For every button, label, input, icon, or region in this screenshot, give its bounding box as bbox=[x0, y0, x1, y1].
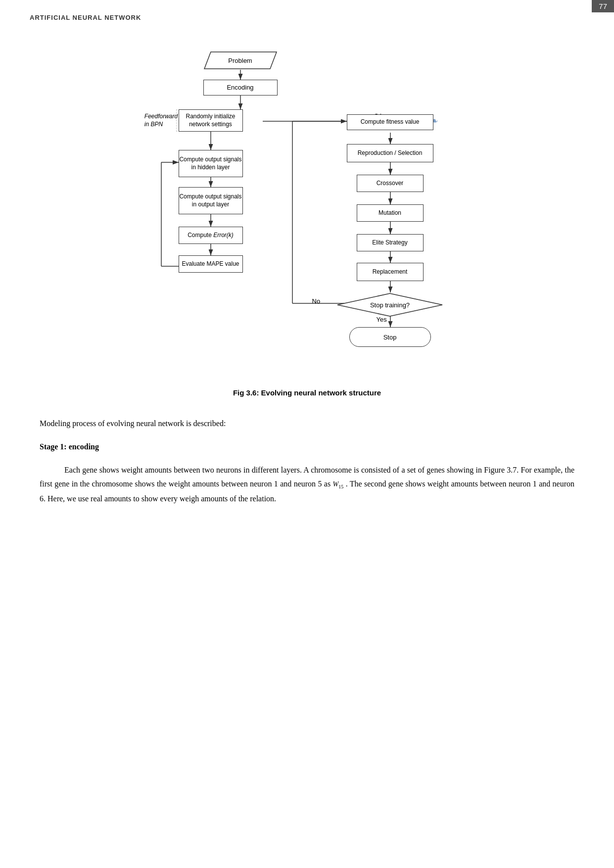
reproduction-box: Reproduction / Selection bbox=[347, 144, 433, 162]
paragraph1: Each gene shows weight amounts between t… bbox=[40, 463, 574, 506]
compute-hidden-box: Compute output signals in hidden layer bbox=[179, 150, 243, 177]
compute-output-box: Compute output signals in output layer bbox=[179, 187, 243, 214]
page-header: ARTIFICIAL NEURAL NETWORK bbox=[0, 0, 614, 21]
formula-w: W bbox=[333, 481, 339, 488]
stage1-heading: Stage 1: encoding bbox=[40, 440, 574, 454]
flowchart: Problem Encoding Feedforwardin BPN bbox=[124, 36, 490, 383]
stop-box: Stop bbox=[349, 327, 431, 347]
encoding-box: Encoding bbox=[203, 80, 278, 96]
intro-text: Modeling process of evolving neural netw… bbox=[40, 417, 574, 431]
page-number: 77 bbox=[592, 0, 614, 12]
formula-sub: 15 bbox=[338, 484, 343, 490]
replacement-box: Replacement bbox=[357, 263, 424, 281]
compute-error-box: Compute Error(k) bbox=[179, 227, 243, 244]
compute-fitness-box: Compute fitness value bbox=[347, 114, 433, 130]
stop-training-diamond: Stop training? bbox=[337, 292, 443, 317]
figure-container: Problem Encoding Feedforwardin BPN bbox=[30, 36, 584, 397]
problem-box: Problem bbox=[203, 51, 278, 70]
randomly-init-box: Randomly initialize network settings bbox=[179, 109, 243, 132]
elite-strategy-box: Elite Strategy bbox=[357, 234, 424, 251]
no-label: No bbox=[312, 297, 321, 305]
text-content: Modeling process of evolving neural netw… bbox=[0, 402, 614, 530]
crossover-box: Crossover bbox=[357, 175, 424, 192]
evaluate-mape-box: Evaluate MAPE value bbox=[179, 255, 243, 273]
mutation-box: Mutation bbox=[357, 204, 424, 222]
figure-caption: Fig 3.6: Evolving neural network structu… bbox=[233, 388, 381, 397]
